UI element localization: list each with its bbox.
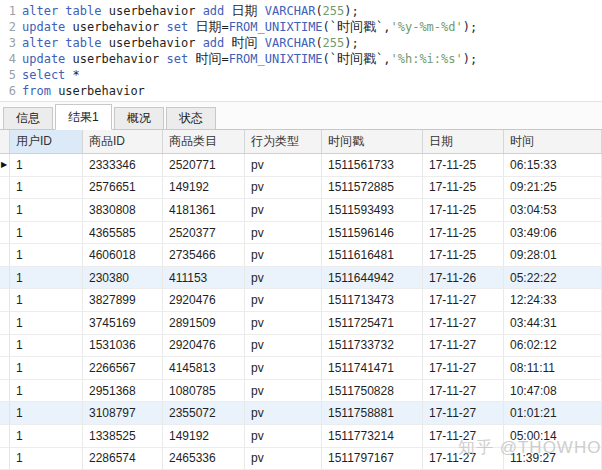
row-gutter[interactable] <box>0 357 10 379</box>
table-cell[interactable]: 2520771 <box>163 154 245 176</box>
table-cell[interactable]: 411153 <box>163 267 245 289</box>
table-cell[interactable]: 3827899 <box>83 289 163 311</box>
table-cell[interactable]: 2891509 <box>163 312 245 334</box>
table-cell[interactable]: pv <box>245 312 322 334</box>
table-cell[interactable]: 09:21:25 <box>504 177 602 199</box>
table-row[interactable]: 122665674145813pv151174147117-11-2708:11… <box>0 357 602 380</box>
table-row[interactable]: 143655852520377pv151159614617-11-2503:49… <box>0 222 602 245</box>
table-cell[interactable]: pv <box>245 448 322 470</box>
table-cell[interactable]: 17-11-27 <box>423 402 504 424</box>
row-gutter[interactable] <box>0 244 10 266</box>
row-gutter[interactable] <box>0 425 10 447</box>
row-gutter[interactable] <box>0 222 10 244</box>
column-header[interactable]: 行为类型 <box>245 130 322 153</box>
table-cell[interactable]: 1511644942 <box>322 267 423 289</box>
table-row[interactable]: 11338525149192pv151177321417-11-2705:00:… <box>0 425 602 448</box>
table-cell[interactable]: 1 <box>10 177 83 199</box>
table-cell[interactable]: 149192 <box>163 425 245 447</box>
column-header[interactable]: 商品ID <box>83 130 163 153</box>
column-header[interactable]: 时间戳 <box>322 130 423 153</box>
table-cell[interactable]: 1 <box>10 312 83 334</box>
table-cell[interactable]: 1 <box>10 380 83 402</box>
table-row[interactable]: 146060182735466pv151161648117-11-2509:28… <box>0 244 602 267</box>
table-cell[interactable]: 230380 <box>83 267 163 289</box>
table-cell[interactable]: 3108797 <box>83 402 163 424</box>
table-cell[interactable]: pv <box>245 244 322 266</box>
table-row[interactable]: 138308084181361pv151159349317-11-2503:04… <box>0 199 602 222</box>
table-cell[interactable]: 1338525 <box>83 425 163 447</box>
table-cell[interactable]: pv <box>245 177 322 199</box>
table-cell[interactable]: 1 <box>10 244 83 266</box>
table-cell[interactable]: 03:44:31 <box>504 312 602 334</box>
column-header[interactable]: 用户ID <box>10 130 83 153</box>
table-cell[interactable]: 05:22:22 <box>504 267 602 289</box>
table-cell[interactable]: 2355072 <box>163 402 245 424</box>
table-cell[interactable]: 17-11-27 <box>423 335 504 357</box>
table-cell[interactable]: 17-11-27 <box>423 425 504 447</box>
table-cell[interactable]: pv <box>245 289 322 311</box>
table-cell[interactable]: 17-11-25 <box>423 244 504 266</box>
row-gutter[interactable] <box>0 199 10 221</box>
table-cell[interactable]: 1511741471 <box>322 357 423 379</box>
table-cell[interactable]: 1 <box>10 402 83 424</box>
table-cell[interactable]: 05:00:14 <box>504 425 602 447</box>
table-row[interactable]: 137451692891509pv151172547117-11-2703:44… <box>0 312 602 335</box>
table-cell[interactable]: 12:24:33 <box>504 289 602 311</box>
table-cell[interactable]: 17-11-25 <box>423 222 504 244</box>
table-cell[interactable]: 1531036 <box>83 335 163 357</box>
table-cell[interactable]: 1511713473 <box>322 289 423 311</box>
table-cell[interactable]: 1 <box>10 289 83 311</box>
table-cell[interactable]: 2286574 <box>83 448 163 470</box>
tab-status[interactable]: 状态 <box>166 107 216 129</box>
table-cell[interactable]: 17-11-27 <box>423 312 504 334</box>
table-cell[interactable]: pv <box>245 222 322 244</box>
table-cell[interactable]: 11:39:27 <box>504 448 602 470</box>
table-cell[interactable]: 17-11-25 <box>423 177 504 199</box>
table-cell[interactable]: 17-11-27 <box>423 357 504 379</box>
table-cell[interactable]: 2576651 <box>83 177 163 199</box>
sql-editor[interactable]: 1alter table userbehavior add 日期 VARCHAR… <box>0 0 602 102</box>
table-cell[interactable]: pv <box>245 199 322 221</box>
table-cell[interactable]: 1511733732 <box>322 335 423 357</box>
table-cell[interactable]: 1 <box>10 199 83 221</box>
row-gutter[interactable] <box>0 448 10 470</box>
table-cell[interactable]: 2920476 <box>163 335 245 357</box>
table-row[interactable]: 138278992920476pv151171347317-11-2712:24… <box>0 289 602 312</box>
row-gutter[interactable] <box>0 267 10 289</box>
tab-info[interactable]: 信息 <box>3 107 53 129</box>
table-cell[interactable]: 4181361 <box>163 199 245 221</box>
table-cell[interactable]: 1 <box>10 357 83 379</box>
table-cell[interactable]: 1 <box>10 335 83 357</box>
table-cell[interactable]: 1511725471 <box>322 312 423 334</box>
table-cell[interactable]: 149192 <box>163 177 245 199</box>
table-row[interactable]: 12576651149192pv151157288517-11-2509:21:… <box>0 177 602 200</box>
row-gutter[interactable] <box>0 312 10 334</box>
table-cell[interactable]: 1511596146 <box>322 222 423 244</box>
table-cell[interactable]: 1511616481 <box>322 244 423 266</box>
row-gutter[interactable] <box>0 402 10 424</box>
table-cell[interactable]: 4365585 <box>83 222 163 244</box>
table-cell[interactable]: 1511572885 <box>322 177 423 199</box>
row-gutter[interactable] <box>0 177 10 199</box>
column-header[interactable]: 时间 <box>504 130 602 153</box>
table-row[interactable]: 129513681080785pv151175082817-11-2710:47… <box>0 380 602 403</box>
table-cell[interactable]: 1511561733 <box>322 154 423 176</box>
table-cell[interactable]: 1511773214 <box>322 425 423 447</box>
table-cell[interactable]: 17-11-27 <box>423 448 504 470</box>
table-cell[interactable]: 03:49:06 <box>504 222 602 244</box>
table-cell[interactable]: 1 <box>10 222 83 244</box>
table-cell[interactable]: 3745169 <box>83 312 163 334</box>
table-cell[interactable]: 17-11-25 <box>423 154 504 176</box>
tab-profile[interactable]: 概况 <box>114 107 164 129</box>
table-cell[interactable]: pv <box>245 154 322 176</box>
table-cell[interactable]: 1 <box>10 154 83 176</box>
table-cell[interactable]: 2920476 <box>163 289 245 311</box>
table-cell[interactable]: 09:28:01 <box>504 244 602 266</box>
table-cell[interactable]: pv <box>245 380 322 402</box>
table-cell[interactable]: pv <box>245 267 322 289</box>
table-cell[interactable]: 06:15:33 <box>504 154 602 176</box>
row-gutter[interactable] <box>0 289 10 311</box>
column-header[interactable]: 日期 <box>423 130 504 153</box>
table-cell[interactable]: 1511750828 <box>322 380 423 402</box>
table-cell[interactable]: 17-11-25 <box>423 199 504 221</box>
